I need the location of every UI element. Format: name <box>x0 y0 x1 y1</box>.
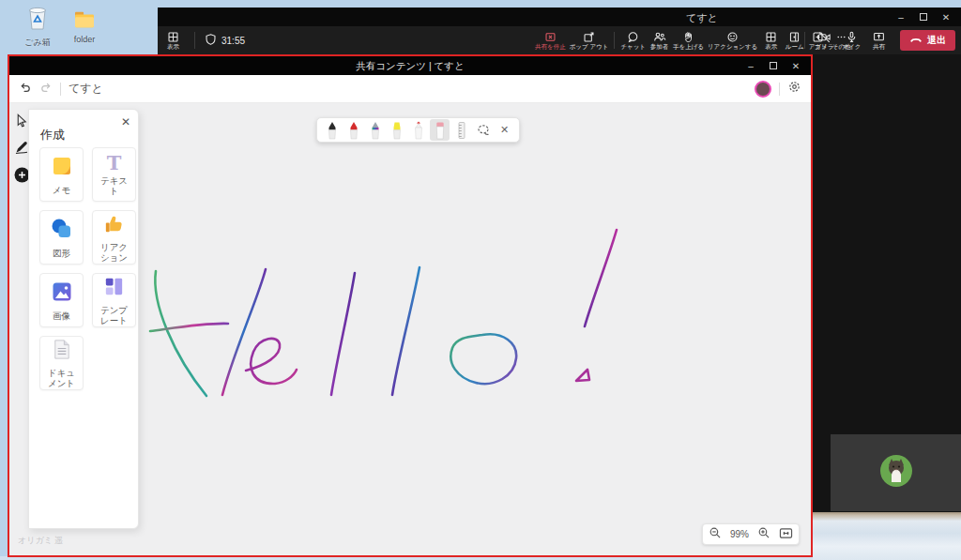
toolbar-separator <box>779 83 780 96</box>
settings-gear-icon[interactable] <box>787 80 801 98</box>
hangup-phone-icon <box>909 35 923 46</box>
view-button[interactable]: 表示 <box>161 31 185 51</box>
close-icon[interactable]: ✕ <box>785 56 807 75</box>
mic-icon <box>846 31 858 43</box>
close-icon[interactable]: ✕ <box>935 8 957 26</box>
undo-icon[interactable] <box>19 81 32 98</box>
whiteboard-toolbar: てすと <box>9 75 811 103</box>
participant-video-tile[interactable] <box>831 434 961 511</box>
maximize-icon[interactable] <box>912 8 935 26</box>
shield-icon <box>205 33 217 48</box>
zoom-out-icon[interactable] <box>709 526 722 543</box>
zoom-controls: 99% <box>702 523 800 545</box>
timer-value: 31:55 <box>221 36 245 46</box>
toolbar-separator <box>60 83 61 96</box>
whiteboard-canvas[interactable]: ✕ 作成 メモ T テキスト <box>9 103 811 554</box>
board-footer-label: オリガミ 遥 <box>18 535 63 547</box>
raise-hand-button[interactable]: 手を上げる <box>671 31 706 51</box>
toolbar-separator <box>804 32 805 49</box>
meeting-timer: 31:55 <box>205 33 245 48</box>
participants-button[interactable]: 参加者 <box>648 31 671 51</box>
minimize-icon[interactable]: – <box>890 8 912 26</box>
shared-content-window: 共有コンテンツ | てすと – ✕ てすと <box>8 54 813 557</box>
popout-button[interactable]: ポップ アウト <box>568 31 611 51</box>
gallery-view-button[interactable]: 表示 <box>759 31 783 51</box>
recycle-bin-desktop-icon[interactable]: ごみ箱 <box>13 5 62 49</box>
minimize-icon[interactable]: – <box>740 56 762 75</box>
camera-button[interactable]: カメラ <box>813 31 836 51</box>
presence-avatar[interactable] <box>755 81 771 98</box>
recycle-bin-icon <box>25 5 50 35</box>
reactions-button[interactable]: リアクションする <box>706 31 759 51</box>
recycle-bin-label: ごみ箱 <box>24 37 50 49</box>
participant-avatar <box>879 454 913 492</box>
redo-icon[interactable] <box>39 81 53 98</box>
room-icon <box>788 31 801 43</box>
desktop-wallpaper <box>813 511 961 560</box>
toolbar-separator <box>614 32 615 49</box>
hello-ink-drawing <box>9 103 811 554</box>
stop-sharing-button[interactable]: 共有を停止 <box>533 31 568 51</box>
smiley-icon <box>726 31 739 43</box>
whiteboard-titlebar: 共有コンテンツ | てすと – ✕ <box>9 56 811 75</box>
mic-button[interactable]: マイク <box>840 31 863 51</box>
leave-button[interactable]: 退出 <box>900 30 955 51</box>
hand-icon <box>682 31 694 43</box>
toolbar-separator <box>194 32 195 49</box>
people-icon <box>653 31 666 43</box>
teams-titlebar: てすと – ✕ <box>158 8 961 26</box>
fit-to-screen-icon[interactable] <box>779 526 793 543</box>
teams-toolbar: 表示 31:55 共有を停止 <box>158 26 961 54</box>
maximize-icon[interactable] <box>762 56 785 75</box>
grid-icon <box>765 31 777 43</box>
folder-icon <box>73 10 96 33</box>
meeting-window-title: てすと <box>686 11 718 25</box>
chat-icon <box>627 31 639 43</box>
zoom-in-icon[interactable] <box>757 526 770 543</box>
board-name: てすと <box>69 81 103 97</box>
share-button[interactable]: 共有 <box>867 31 891 51</box>
grid-view-icon <box>167 31 179 43</box>
folder-desktop-icon[interactable]: folder <box>60 10 109 44</box>
share-screen-icon <box>873 31 885 43</box>
camera-off-icon <box>817 31 831 43</box>
whiteboard-window-title: 共有コンテンツ | てすと <box>9 60 811 73</box>
chat-button[interactable]: チャット <box>618 31 648 51</box>
popout-icon <box>583 31 595 43</box>
folder-label: folder <box>74 35 96 44</box>
zoom-level: 99% <box>730 529 749 539</box>
stop-sharing-icon <box>544 31 557 43</box>
